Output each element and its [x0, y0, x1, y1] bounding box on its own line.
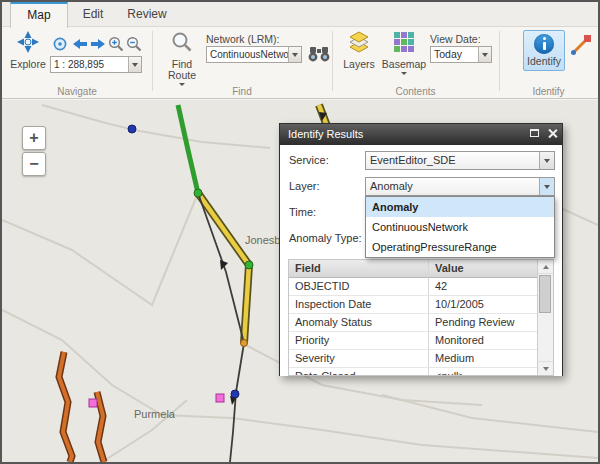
- field-cell: Inspection Date: [289, 296, 429, 313]
- table-row[interactable]: Inspection Date 10/1/2005: [289, 296, 537, 314]
- view-date-label: View Date:: [430, 33, 481, 45]
- explore-compass-icon: [17, 31, 39, 57]
- value-cell: 42: [429, 278, 537, 295]
- tab-map[interactable]: Map: [10, 2, 68, 28]
- layers-button[interactable]: Layers: [340, 31, 378, 70]
- service-value: EventEditor_SDE: [366, 152, 539, 169]
- time-label: Time:: [289, 203, 316, 222]
- network-lrm-dropdown-arrow[interactable]: [288, 47, 301, 62]
- find-route-magnifier-icon: [171, 31, 193, 57]
- network-lrm-combobox[interactable]: ContinuousNetwork: [206, 46, 302, 63]
- dropdown-option-continuousnetwork[interactable]: ContinuousNetwork: [366, 217, 554, 237]
- blue-point-marker: [128, 125, 136, 133]
- forward-arrow-icon[interactable]: [90, 36, 106, 52]
- road-black[interactable]: [198, 193, 244, 462]
- field-cell: Severity: [289, 350, 429, 367]
- find-route-label: Find Route: [165, 59, 199, 81]
- table-row[interactable]: Anomaly Status Pending Review: [289, 314, 537, 332]
- find-route-button[interactable]: Find Route: [160, 31, 204, 86]
- value-column-header[interactable]: Value: [429, 260, 537, 277]
- basemap-icon: [393, 31, 415, 57]
- field-column-header[interactable]: Field: [289, 260, 429, 277]
- dropdown-option-operatingpressurerange[interactable]: OperatingPressureRange: [366, 237, 554, 257]
- layer-value: Anomaly: [366, 178, 539, 195]
- tab-edit[interactable]: Edit: [68, 2, 118, 27]
- group-separator: [499, 31, 500, 91]
- table-scrollbar[interactable]: [537, 260, 553, 375]
- layer-dropdown-list: Anomaly ContinuousNetwork OperatingPress…: [365, 196, 555, 258]
- ribbon-tab-bar: Map Edit Review: [2, 2, 598, 27]
- layer-combobox[interactable]: Anomaly: [365, 177, 555, 196]
- view-date-value: Today: [431, 47, 478, 62]
- view-date-combobox[interactable]: Today: [430, 46, 492, 63]
- tab-review[interactable]: Review: [118, 2, 176, 27]
- scroll-up-icon[interactable]: [538, 260, 553, 274]
- layers-label: Layers: [343, 59, 375, 70]
- identify-group-label: Identify: [499, 86, 598, 97]
- table-row[interactable]: Priority Monitored: [289, 332, 537, 350]
- previous-extent-icon[interactable]: [52, 36, 68, 52]
- scale-combobox[interactable]: 1 : 288,895: [50, 56, 142, 73]
- dropdown-option-anomaly[interactable]: Anomaly: [366, 197, 554, 217]
- value-cell: Pending Review: [429, 314, 537, 331]
- ribbon: Explore: [2, 28, 598, 99]
- road-green[interactable]: [178, 105, 198, 193]
- scroll-down-icon[interactable]: [538, 361, 553, 375]
- pink-square-marker: [89, 399, 97, 407]
- value-cell: Monitored: [429, 332, 537, 349]
- application-window: Map Edit Review Explore: [0, 0, 600, 464]
- table-row[interactable]: Severity Medium: [289, 350, 537, 368]
- scrollbar-thumb[interactable]: [539, 275, 551, 313]
- map-zoom-in-button[interactable]: +: [22, 126, 46, 150]
- green-point-marker: [245, 261, 253, 269]
- close-icon[interactable]: [547, 128, 557, 138]
- group-separator: [152, 31, 153, 91]
- place-label-purmela: Purmela: [134, 408, 175, 420]
- zoom-out-icon[interactable]: [126, 36, 142, 52]
- scale-value: 1 : 288,895: [51, 57, 128, 72]
- table-row[interactable]: Date Closed <null>: [289, 368, 537, 376]
- green-point-marker: [194, 189, 202, 197]
- value-cell: <null>: [429, 368, 537, 376]
- network-lrm-value: ContinuousNetwork: [207, 47, 288, 62]
- layer-dropdown-arrow[interactable]: [539, 178, 554, 195]
- layer-label: Layer:: [289, 177, 320, 196]
- identify-results-panel: Identify Results Service: EventEditor_SD…: [279, 123, 563, 376]
- identify-info-icon: [534, 34, 554, 54]
- panel-title-bar[interactable]: Identify Results: [280, 124, 562, 145]
- panel-title: Identify Results: [288, 128, 363, 140]
- table-header-row: Field Value: [289, 260, 537, 278]
- identify-button[interactable]: Identify: [523, 30, 565, 71]
- anomaly-type-label: Anomaly Type:: [289, 229, 362, 248]
- binoculars-icon[interactable]: [308, 45, 330, 63]
- network-lrm-label: Network (LRM):: [206, 33, 280, 45]
- map-zoom-out-button[interactable]: −: [22, 152, 46, 176]
- lrs-tool-icon[interactable]: [570, 34, 592, 56]
- field-cell: Priority: [289, 332, 429, 349]
- navigate-group-label: Navigate: [2, 86, 152, 97]
- panel-body: Service: EventEditor_SDE Layer: Anomaly …: [280, 145, 562, 376]
- zoom-in-icon[interactable]: [108, 36, 124, 52]
- service-combobox[interactable]: EventEditor_SDE: [365, 151, 555, 170]
- pink-square-marker: [216, 394, 224, 402]
- maximize-icon[interactable]: [530, 129, 539, 137]
- identify-label: Identify: [527, 56, 561, 67]
- service-dropdown-arrow[interactable]: [539, 152, 554, 169]
- layers-icon: [348, 31, 370, 57]
- field-cell: OBJECTID: [289, 278, 429, 295]
- find-group-label: Find: [152, 86, 332, 97]
- value-cell: Medium: [429, 350, 537, 367]
- scale-dropdown-arrow[interactable]: [128, 57, 141, 72]
- value-cell: 10/1/2005: [429, 296, 537, 313]
- point-markers[interactable]: [89, 125, 253, 407]
- group-separator: [332, 31, 333, 91]
- back-arrow-icon[interactable]: [72, 36, 88, 52]
- attribute-table: Field Value OBJECTID 42 Inspection Date …: [288, 259, 554, 376]
- field-cell: Date Closed: [289, 368, 429, 376]
- view-date-dropdown-arrow[interactable]: [478, 47, 491, 62]
- basemap-button[interactable]: Basemap: [382, 31, 426, 75]
- service-label: Service:: [289, 151, 329, 170]
- table-row[interactable]: OBJECTID 42: [289, 278, 537, 296]
- explore-button[interactable]: Explore: [8, 31, 48, 70]
- map-zoom-control: + −: [22, 126, 46, 178]
